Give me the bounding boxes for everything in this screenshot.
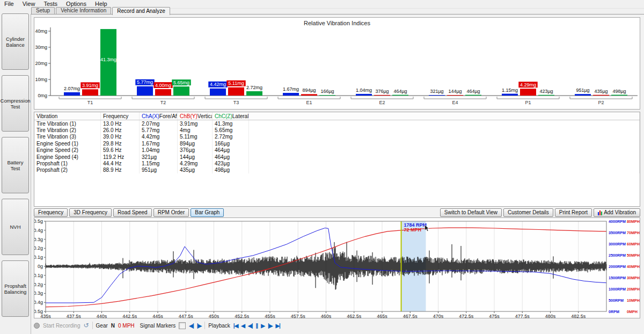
frequency-button[interactable]: Frequency (34, 208, 68, 217)
pause-button[interactable]: || (256, 323, 258, 329)
svg-text:166µg: 166µg (320, 89, 334, 94)
svg-text:437.5s: 437.5s (67, 314, 82, 318)
svg-text:-0.4g: -0.4g (34, 300, 43, 305)
jump-to-start-button[interactable]: |◀ (233, 323, 238, 329)
table-header-cell: Vibration (34, 112, 101, 120)
jump-to-end-button[interactable]: ▶| (275, 323, 280, 329)
vibration-table-panel: VibrationFrequencyChA(X) Fore/AftChB(Y) … (34, 112, 640, 207)
sidebar-button-propshaft-balancing[interactable]: Propshaft Balancing (2, 260, 29, 317)
sidebar-button-cylinder-balance[interactable]: Cylinder Balance (2, 13, 29, 70)
svg-text:10MPH: 10MPH (627, 298, 640, 303)
svg-text:455s: 455s (265, 314, 275, 318)
tab-record-and-analyze[interactable]: Record and Analyze (112, 7, 170, 15)
svg-text:464µg: 464µg (466, 89, 480, 94)
print-report-button[interactable]: Print Report (555, 208, 592, 217)
separator (92, 322, 93, 329)
svg-text:80MPH: 80MPH (627, 219, 640, 224)
previous-marker-button[interactable]: ◀| (189, 323, 194, 329)
tab-vehicle-information[interactable]: Vehicle Information (56, 7, 111, 14)
sidebar: Cylinder BalanceCompression TestBattery … (0, 8, 31, 334)
bar-E2-ch2 (392, 95, 408, 96)
add-vibration-button[interactable]: Add Vibration (594, 208, 640, 217)
svg-text:0RPM: 0RPM (609, 309, 619, 314)
bar-graph-button[interactable]: Bar Graph (191, 208, 224, 217)
svg-text:467.5s: 467.5s (403, 314, 418, 318)
bar-P2-ch2 (611, 95, 627, 96)
start-recording-button[interactable]: Start Recording (43, 323, 80, 329)
svg-text:477.5s: 477.5s (515, 314, 530, 318)
play-reverse-button[interactable]: ◀ (241, 323, 245, 329)
marker-nav-buttons: ◀||▶ (189, 323, 201, 329)
svg-text:1500RPM: 1500RPM (609, 275, 626, 280)
gear-value: N (111, 323, 115, 329)
table-row[interactable]: Tire Vibration (2)26.0 Hz5.77mg4mg5.65mg (34, 127, 640, 133)
table-row[interactable]: Engine Speed (1)29.8 Hz1.67mg894µg166µg (34, 140, 640, 147)
tab-setup[interactable]: Setup (31, 7, 55, 14)
road-speed-button[interactable]: Road Speed (113, 208, 152, 217)
svg-text:20MPH: 20MPH (627, 287, 640, 292)
3d-frequency-button[interactable]: 3D Frequency (69, 208, 112, 217)
sidebar-button-compression-test[interactable]: Compression Test (2, 75, 29, 132)
svg-text:457.5s: 457.5s (291, 314, 306, 318)
bar-P2-ch0 (575, 94, 591, 96)
svg-text:498µg: 498µg (612, 89, 626, 94)
menu-item-file[interactable]: File (0, 0, 18, 8)
svg-text:321µg: 321µg (430, 89, 443, 94)
rpm-order-button[interactable]: RPM Order (153, 208, 189, 217)
bar-E4-ch0 (429, 95, 445, 96)
switch-to-default-view-button[interactable]: Switch to Default View (440, 208, 502, 217)
svg-text:P2: P2 (598, 100, 604, 105)
svg-text:0.1g: 0.1g (34, 255, 43, 260)
svg-text:435s: 435s (40, 314, 51, 318)
sidebar-button-battery-test[interactable]: Battery Test (2, 137, 29, 193)
svg-text:472.5s: 472.5s (459, 314, 474, 318)
separator (204, 322, 205, 329)
svg-text:T3: T3 (233, 100, 239, 105)
table-row[interactable]: Engine Speed (2)59.6 Hz1.04mg376µg464µg (34, 147, 640, 154)
svg-text:480s: 480s (545, 314, 556, 318)
table-row[interactable]: Propshaft (1)44.4 Hz1.15mg4.29mg423µg (34, 160, 640, 166)
tab-strip: SetupVehicle InformationRecord and Analy… (31, 7, 171, 15)
transport-bar: Start Recording ↺ Gear N 0 MPH Signal Ma… (34, 320, 642, 331)
svg-text:460s: 460s (321, 314, 332, 318)
bar-E2-ch1 (374, 95, 390, 96)
svg-text:450s: 450s (209, 314, 219, 318)
svg-text:0.3g: 0.3g (34, 237, 43, 242)
next-marker-button[interactable]: |▶ (197, 323, 202, 329)
bar-P1-ch1 (520, 89, 536, 96)
bar-T1-ch1 (82, 89, 98, 96)
svg-text:10mg: 10mg (35, 77, 47, 82)
table-row[interactable]: Tire Vibration (1)13.0 Hz2.07mg3.91mg41.… (34, 120, 640, 127)
svg-text:470s: 470s (433, 314, 444, 318)
svg-text:E2: E2 (379, 100, 385, 105)
sidebar-button-nvh[interactable]: NVH (2, 199, 29, 255)
step-back-button[interactable]: ◀| (248, 323, 253, 329)
svg-text:4000RPM: 4000RPM (609, 219, 626, 224)
svg-text:50MPH: 50MPH (627, 253, 640, 258)
svg-text:5.77mg: 5.77mg (137, 79, 153, 85)
customer-details-button[interactable]: Customer Details (503, 208, 553, 217)
undo-icon[interactable]: ↺ (83, 323, 89, 328)
table-row[interactable]: Engine Speed (4)119.2 Hz321µg144µg464µg (34, 154, 640, 160)
bar-P2-ch1 (593, 95, 609, 96)
time-plot-svg: 435s437.5s440s442.5s445s447.5s450s452.5s… (34, 218, 640, 318)
svg-text:5.65mg: 5.65mg (173, 80, 189, 85)
svg-text:0.2g: 0.2g (34, 245, 43, 251)
svg-text:-0.1g: -0.1g (34, 273, 43, 278)
gear-label: Gear (96, 323, 108, 329)
table-row[interactable]: Tire Vibration (3)39.0 Hz4.42mg5.11mg2.7… (34, 134, 640, 140)
svg-text:0MPH: 0MPH (627, 309, 638, 314)
signal-markers-label: Signal Markers (140, 323, 176, 329)
svg-text:0g: 0g (38, 264, 43, 269)
vibration-bar-chart-panel: Relative Vibration Indices 0mg10mg20mg30… (34, 17, 640, 110)
svg-text:464µg: 464µg (393, 89, 407, 94)
svg-text:70MPH: 70MPH (627, 230, 640, 235)
svg-text:445s: 445s (152, 314, 163, 318)
table-row[interactable]: Propshaft (2)88.9 Hz951µg435µg498µg (34, 167, 640, 173)
play-button[interactable]: ▶ (261, 323, 265, 329)
step-forward-button[interactable]: |▶ (268, 323, 273, 329)
signal-markers-checkbox[interactable] (179, 322, 186, 329)
bar-P1-ch0 (502, 94, 518, 96)
table-header-cell: ChB(Y) Vertical (178, 112, 213, 120)
svg-text:20mg: 20mg (35, 61, 47, 66)
